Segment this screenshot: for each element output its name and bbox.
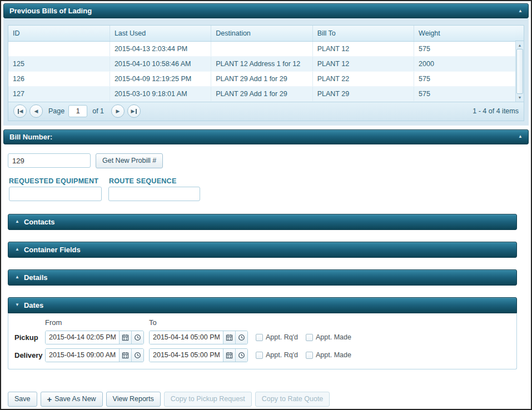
route-sequence-label: ROUTE SEQUENCE — [109, 177, 177, 185]
clock-icon[interactable] — [131, 331, 143, 344]
probill-row: Get New Probill # — [8, 153, 524, 168]
table-cell[interactable]: 2015-03-10 9:18:01 AM — [110, 86, 211, 101]
page-number-input[interactable] — [68, 105, 87, 117]
delivery-from-datetimepicker[interactable] — [45, 348, 144, 362]
action-buttons-row: Save + Save As New View Reports Copy to … — [8, 392, 524, 407]
table-row[interactable]: 125 2015-04-10 10:58:46 AM PLANT 12 Addr… — [8, 56, 515, 71]
section-dates[interactable]: ▼ Dates — [8, 297, 517, 313]
vertical-scrollbar[interactable]: ▲ ▼ — [515, 41, 524, 102]
next-arrow-icon: ▶ — [116, 109, 120, 114]
pickup-from-datetimepicker[interactable] — [45, 331, 144, 344]
table-cell[interactable]: 2015-04-10 10:58:46 AM — [110, 56, 211, 71]
table-cell[interactable]: PLANT 12 — [312, 41, 414, 56]
collapse-panel-icon[interactable]: ▲ — [518, 9, 523, 13]
bills-table: ID Last Used Destination Bill To Weight … — [8, 26, 515, 102]
page-of-label: of 1 — [92, 107, 104, 115]
table-cell[interactable]: 575 — [414, 71, 515, 86]
table-cell[interactable]: 2000 — [414, 56, 515, 71]
table-cell[interactable]: 575 — [414, 86, 515, 101]
pickup-to-input[interactable] — [150, 331, 223, 344]
table-cell[interactable]: 125 — [8, 56, 110, 71]
collapsed-section-icon: ▲ — [15, 247, 19, 252]
next-page-button[interactable]: ▶ — [111, 104, 125, 118]
seek-bar-icon — [136, 109, 137, 114]
collapsed-section-icon: ▲ — [15, 275, 19, 279]
requested-equipment-input[interactable] — [9, 187, 102, 201]
prev-arrow-icon: ◀ — [34, 109, 38, 114]
calendar-icon[interactable] — [223, 349, 235, 362]
column-header-destination[interactable]: Destination — [211, 26, 312, 41]
table-cell[interactable] — [211, 41, 312, 56]
calendar-icon[interactable] — [119, 331, 131, 344]
delivery-to-datetimepicker[interactable] — [149, 348, 248, 362]
clock-icon[interactable] — [235, 349, 247, 362]
pickup-appt-made-checkbox[interactable] — [306, 334, 313, 341]
page-label: Page — [48, 107, 64, 115]
copy-to-rate-quote-button: Copy to Rate Quote — [255, 392, 330, 407]
pickup-to-datetimepicker[interactable] — [149, 331, 248, 344]
from-label: From — [45, 318, 149, 327]
table-row[interactable]: 126 2015-04-09 12:19:25 PM PLANT 29 Add … — [8, 71, 515, 86]
table-cell[interactable]: PLANT 12 — [312, 56, 414, 71]
dates-column-labels: From To — [14, 318, 516, 327]
clock-icon[interactable] — [131, 349, 143, 362]
table-cell[interactable]: PLANT 29 Add 1 for 29 — [211, 71, 312, 86]
app-window: Previous Bills of Lading ▲ ID Last Used … — [0, 0, 532, 410]
scroll-up-icon[interactable]: ▲ — [516, 41, 524, 49]
field-inputs-row — [9, 187, 524, 201]
pickup-appt-rqd-checkbox[interactable] — [256, 334, 263, 341]
table-cell[interactable]: 126 — [8, 71, 110, 86]
collapse-panel-icon[interactable]: ▲ — [518, 134, 523, 139]
appt-made-label: Appt. Made — [316, 351, 351, 359]
table-cell[interactable]: PLANT 22 — [312, 71, 414, 86]
bill-panel-body: Get New Probill # REQUESTED EQUIPMENT RO… — [3, 144, 529, 407]
pickup-from-input[interactable] — [46, 331, 119, 344]
get-new-probill-button[interactable]: Get New Probill # — [96, 153, 163, 168]
first-page-button[interactable]: ◀ — [13, 104, 27, 118]
scrollbar-thumb[interactable] — [516, 49, 523, 94]
table-cell[interactable]: PLANT 12 Address 1 for 12 — [211, 56, 312, 71]
save-as-new-label: Save As New — [54, 395, 96, 403]
table-row[interactable]: 2015-04-13 2:03:44 PM PLANT 12 575 — [8, 41, 515, 56]
column-header-last-used[interactable]: Last Used — [110, 26, 211, 41]
column-header-bill-to[interactable]: Bill To — [312, 26, 414, 41]
calendar-icon[interactable] — [119, 349, 131, 362]
section-container-fields-label: Container Fields — [24, 246, 81, 254]
table-header-row: ID Last Used Destination Bill To Weight — [8, 26, 515, 41]
section-details-label: Details — [24, 273, 48, 282]
section-container-fields[interactable]: ▲ Container Fields — [8, 242, 517, 258]
route-sequence-input[interactable] — [108, 187, 200, 201]
save-button[interactable]: Save — [8, 392, 37, 407]
bill-number-header[interactable]: Bill Number: ▲ — [3, 129, 529, 144]
calendar-icon[interactable] — [223, 331, 235, 344]
delivery-from-input[interactable] — [46, 349, 119, 362]
save-as-new-button[interactable]: + Save As New — [41, 392, 103, 407]
delivery-to-input[interactable] — [150, 349, 223, 362]
section-details[interactable]: ▲ Details — [8, 269, 517, 286]
seek-bar-icon — [18, 109, 19, 114]
last-page-button[interactable]: ▶ — [127, 104, 141, 118]
view-reports-button[interactable]: View Reports — [106, 392, 161, 407]
delivery-appt-rqd-checkbox[interactable] — [256, 352, 263, 359]
table-row[interactable]: 127 2015-03-10 9:18:01 AM PLANT 29 Add 1… — [8, 86, 515, 101]
table-cell[interactable]: PLANT 29 Add 1 for 29 — [211, 86, 312, 101]
clock-icon[interactable] — [235, 331, 247, 344]
table-cell[interactable]: 127 — [8, 86, 110, 101]
delivery-appt-rqd: Appt. Rq'd — [256, 351, 298, 359]
prev-page-button[interactable]: ◀ — [29, 104, 43, 118]
column-header-id[interactable]: ID — [8, 26, 110, 41]
table-cell[interactable]: 2015-04-09 12:19:25 PM — [110, 71, 211, 86]
scroll-down-icon[interactable]: ▼ — [516, 94, 524, 102]
table-cell[interactable]: 2015-04-13 2:03:44 PM — [110, 41, 211, 56]
section-contacts[interactable]: ▲ Contacts — [8, 214, 517, 230]
bill-number-title: Bill Number: — [9, 133, 52, 141]
table-cell[interactable]: PLANT 29 — [312, 86, 414, 101]
table-cell[interactable]: 575 — [414, 41, 515, 56]
previous-bills-header[interactable]: Previous Bills of Lading ▲ — [3, 3, 529, 18]
bill-number-input[interactable] — [8, 153, 91, 168]
table-cell[interactable] — [8, 41, 110, 56]
column-header-weight[interactable]: Weight — [414, 26, 515, 41]
section-dates-label: Dates — [24, 301, 43, 309]
copy-to-pickup-request-button: Copy to Pickup Request — [164, 392, 252, 407]
delivery-appt-made-checkbox[interactable] — [306, 352, 313, 359]
